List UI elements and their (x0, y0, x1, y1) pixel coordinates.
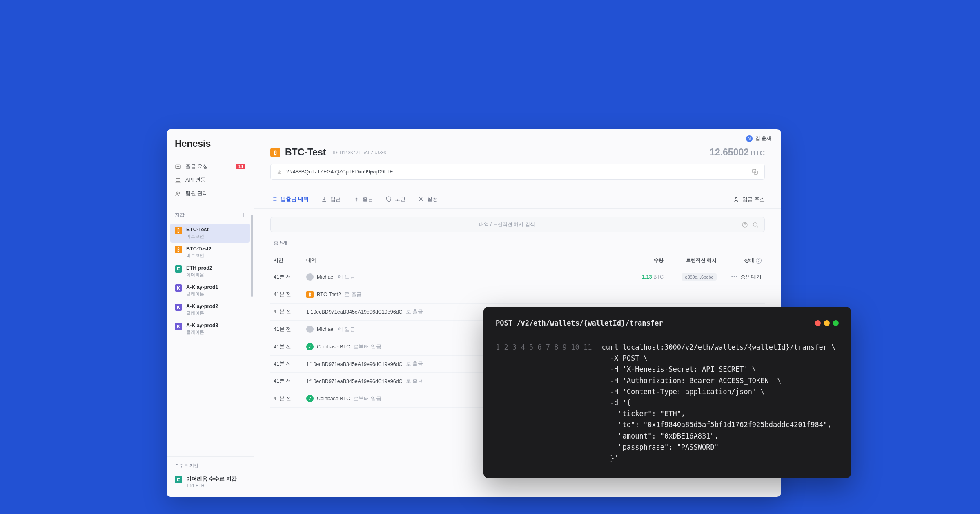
svg-rect-1 (176, 178, 180, 181)
wallet-sub: 비트코인 (186, 234, 209, 239)
fee-section: 수수료 지갑 E 이더리움 수수료 지갑 1.51 ETH (167, 456, 254, 497)
tab-label: 입금 (330, 195, 341, 203)
eth-icon: E (175, 476, 182, 483)
user-chip[interactable]: N 김 윤재 (746, 135, 771, 142)
download-icon (276, 169, 282, 175)
fee-wallet-item[interactable]: E 이더리움 수수료 지갑 1.51 ETH (170, 473, 250, 491)
maximize-icon[interactable] (833, 320, 839, 326)
wallet-name: ETH-prod2 (186, 265, 212, 271)
avatar-icon (306, 326, 314, 333)
table-row[interactable]: 41분 전Michael 에 입금+ 1.13 BTCe389d...6bebc… (270, 268, 765, 286)
tab-security[interactable]: 보안 (385, 191, 406, 208)
search-icon[interactable] (752, 222, 759, 228)
wallet-list: ₿BTC-Test비트코인₿BTC-Test2비트코인EETH-prod2이더리… (167, 224, 254, 339)
wallet-sub: 클레이튼 (186, 310, 218, 316)
wallet-item[interactable]: KA-Klay-prod2클레이튼 (170, 300, 250, 319)
wallet-name: BTC-Test (186, 227, 209, 233)
help-icon[interactable]: ? (756, 258, 762, 264)
col-detail: 내역 (303, 253, 626, 268)
tab-withdraw[interactable]: 출금 (352, 191, 374, 208)
code-block: 1 2 3 4 5 6 7 8 9 10 11 curl localhost:3… (496, 342, 839, 464)
brand-logo: Henesis (167, 138, 254, 160)
btc-icon: ₿ (175, 246, 182, 253)
person-icon (733, 196, 739, 203)
close-icon[interactable] (815, 320, 821, 326)
total-count: 총 5개 (254, 232, 781, 246)
avatar-icon (306, 273, 314, 281)
fee-header: 수수료 지갑 (167, 463, 254, 473)
mail-icon (175, 164, 181, 170)
col-hash: 트렌잭션 해시 (667, 253, 720, 268)
check-icon: ✓ (306, 395, 314, 402)
nav-api[interactable]: API 연동 (167, 173, 254, 187)
nav-team[interactable]: 팀원 관리 (167, 187, 254, 200)
user-name: 김 윤재 (755, 135, 771, 142)
deposit-address-link[interactable]: 입금 주소 (733, 196, 765, 203)
tab-deposit[interactable]: 입금 (320, 191, 342, 208)
tab-label: 입출금 내역 (281, 195, 309, 203)
nav-label: API 연동 (185, 177, 206, 184)
svg-point-2 (176, 192, 178, 193)
tab-label: 설정 (427, 195, 438, 203)
wallet-id: ID: H143K47iEnAFZRJz36 (333, 150, 386, 155)
wallet-header: ₿ BTC-Test ID: H143K47iEnAFZRJz36 12.650… (254, 142, 781, 158)
address-box: 2N488BQnTzTZEG4tQZCpTKDxu99jwqD9LTE (270, 164, 765, 180)
wallet-name: BTC-Test2 (186, 246, 212, 252)
fee-wallet-name: 이더리움 수수료 지갑 (186, 476, 237, 482)
col-time: 시간 (270, 253, 303, 268)
wallets-header: 지갑 + (167, 200, 254, 224)
fee-wallet-sub: 1.51 ETH (186, 483, 237, 488)
minimize-icon[interactable] (824, 320, 830, 326)
wallet-item[interactable]: ₿BTC-Test2비트코인 (170, 243, 250, 262)
sidebar: Henesis 출금 요청 14 API 연동 팀원 관리 지갑 + ₿BTC-… (167, 129, 254, 497)
add-wallet-button[interactable]: + (241, 211, 245, 219)
col-amount: 수량 (626, 253, 667, 268)
list-icon (271, 196, 278, 202)
tab-label: 보안 (395, 195, 405, 203)
wallet-item[interactable]: KA-Klay-prod1클레이튼 (170, 281, 250, 300)
download-icon (321, 196, 327, 202)
wallets-header-label: 지갑 (175, 212, 185, 219)
wallet-item[interactable]: KA-Klay-prod3클레이튼 (170, 319, 250, 339)
window-controls[interactable] (815, 320, 839, 326)
hash-chip[interactable]: e389d...6bebc (682, 273, 717, 281)
nav-withdraw-request[interactable]: 출금 요청 14 (167, 160, 254, 173)
nav-label: 출금 요청 (185, 163, 208, 170)
search-input[interactable]: 내역 / 트렌잭션 해시 검색 (270, 217, 765, 232)
table-row[interactable]: 41분 전₿BTC-Test2 로 출금 (270, 286, 765, 304)
tab-settings[interactable]: 설정 (417, 191, 439, 208)
klay-icon: K (175, 304, 182, 311)
klay-icon: K (175, 323, 182, 330)
check-icon: ✓ (306, 343, 314, 350)
btc-icon: ₿ (306, 291, 314, 298)
search-placeholder: 내역 / 트렌잭션 해시 검색 (276, 221, 737, 228)
upload-icon (353, 196, 360, 202)
tabs: 입출금 내역 입금 출금 보안 설정 입금 주소 (254, 191, 781, 209)
wallet-item[interactable]: ₿BTC-Test비트코인 (170, 224, 250, 243)
copy-icon[interactable] (751, 168, 759, 175)
wallet-balance: 12.65002BTC (710, 147, 765, 158)
wallet-name: A-Klay-prod2 (186, 304, 218, 310)
wallet-sub: 비트코인 (186, 253, 212, 259)
help-icon[interactable] (742, 222, 748, 228)
shield-icon (385, 196, 392, 202)
topbar: N 김 윤재 (254, 129, 781, 142)
wallet-sub: 클레이튼 (186, 330, 218, 335)
wallet-item[interactable]: EETH-prod2이더리움 (170, 262, 250, 281)
btc-icon: ₿ (175, 227, 182, 234)
wallet-title: BTC-Test (285, 147, 326, 158)
wallet-sub: 클레이튼 (186, 291, 218, 297)
people-icon (175, 191, 181, 197)
sidebar-scrollbar[interactable] (251, 215, 253, 472)
eth-icon: E (175, 265, 182, 273)
svg-point-9 (753, 222, 757, 226)
col-status: 상태? (720, 253, 765, 268)
wallet-name: A-Klay-prod3 (186, 323, 218, 329)
tab-transactions[interactable]: 입출금 내역 (270, 191, 310, 208)
svg-point-6 (420, 198, 422, 200)
gear-icon (418, 196, 424, 202)
laptop-icon (175, 177, 181, 184)
deposit-addr-label: 입금 주소 (742, 196, 765, 203)
tab-label: 출금 (363, 195, 373, 203)
svg-point-3 (179, 192, 180, 193)
